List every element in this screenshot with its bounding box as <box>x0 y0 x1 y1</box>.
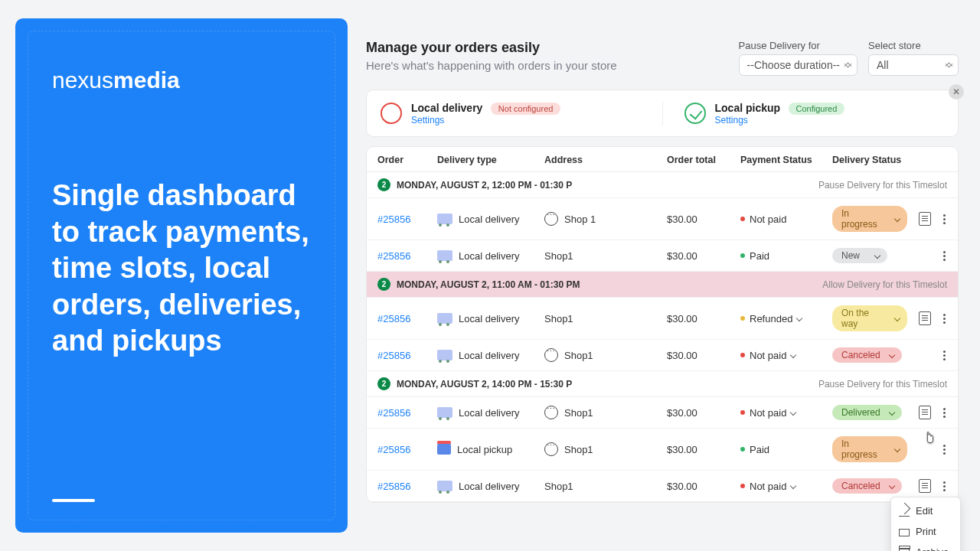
payment-status[interactable]: Not paid <box>740 350 832 361</box>
delivery-status-pill[interactable]: New <box>832 248 887 263</box>
delivery-type-text: Local delivery <box>459 214 520 225</box>
delivery-type-text: Local pickup <box>457 444 512 455</box>
chat-icon[interactable] <box>544 348 558 362</box>
delivery-status-pill[interactable]: In progress <box>832 436 907 462</box>
payment-status[interactable]: Paid <box>740 444 832 455</box>
pause-delivery-label: Pause Delivery for <box>739 40 858 51</box>
chat-icon[interactable] <box>544 406 558 419</box>
dashboard-area: Manage your orders easily Here's what's … <box>348 0 980 551</box>
chat-icon[interactable] <box>544 212 558 226</box>
local-delivery-title: Local delivery <box>411 102 482 114</box>
order-row: #25856Local deliveryShop1$30.00RefundedO… <box>367 298 958 340</box>
group-count-badge: 2 <box>377 278 390 291</box>
payment-status[interactable]: Paid <box>740 250 832 262</box>
status-circle-incomplete-icon <box>381 103 402 124</box>
delivery-status-pill[interactable]: In progress <box>832 206 907 232</box>
not-configured-badge: Not configured <box>491 103 561 115</box>
timeslot-toggle-link[interactable]: Allow Delivery for this Timeslot <box>822 279 947 290</box>
group-count-badge: 2 <box>377 377 390 390</box>
pause-delivery-select[interactable]: --Choose duration-- <box>739 54 858 76</box>
status-dot-icon <box>740 484 745 488</box>
payment-status[interactable]: Not paid <box>740 407 832 419</box>
order-row: #25856Local deliveryShop 1$30.00Not paid… <box>367 198 958 240</box>
store-select-group: Select store All <box>868 40 959 76</box>
chevron-down-icon <box>790 409 796 416</box>
row-actions-menu-button[interactable] <box>943 318 946 320</box>
order-row: #25856Local deliveryShop1$30.00Not paidC… <box>367 471 958 502</box>
brand-first: nexus <box>52 67 113 93</box>
row-actions-menu-button[interactable] <box>943 448 946 451</box>
chevron-down-icon <box>888 352 894 358</box>
row-actions-menu: EditPrintArchive <box>890 497 961 551</box>
status-dot-icon <box>740 253 745 258</box>
chevron-down-icon <box>894 446 900 452</box>
delivery-status-pill[interactable]: On the way <box>832 305 907 331</box>
document-icon[interactable] <box>919 479 931 493</box>
group-count-badge: 2 <box>377 178 390 191</box>
payment-status[interactable]: Not paid <box>740 481 832 492</box>
promo-panel: nexusmedia Single dashboard to track pay… <box>15 18 348 533</box>
document-icon[interactable] <box>919 311 931 325</box>
promo-tagline: Single dashboard to track payments, time… <box>52 178 311 360</box>
order-link[interactable]: #25856 <box>377 350 437 361</box>
payment-status[interactable]: Refunded <box>740 313 832 324</box>
row-actions-menu-button[interactable] <box>943 485 946 487</box>
payment-status[interactable]: Not paid <box>740 214 832 225</box>
timeslot-toggle-link[interactable]: Pause Delivery for this Timeslot <box>818 180 947 191</box>
page-title: Manage your orders easily <box>366 40 617 56</box>
chevron-down-icon <box>888 409 894 416</box>
row-actions-menu-button[interactable] <box>943 412 946 414</box>
timeslot-group-header: 2MONDAY, AUGUST 2, 14:00 PM - 15:30 PPau… <box>367 371 958 397</box>
dismiss-cards-button[interactable]: ✕ <box>949 84 964 99</box>
order-row: #25856Local pickupShop1$30.00PaidIn prog… <box>367 429 958 471</box>
orders-table: Order Delivery type Address Order total … <box>366 146 959 503</box>
menu-archive[interactable]: Archive <box>891 542 960 551</box>
menu-edit[interactable]: Edit <box>891 500 960 521</box>
delivery-type-text: Local delivery <box>459 350 520 361</box>
store-select-label: Select store <box>868 40 959 51</box>
order-total: $30.00 <box>667 444 740 455</box>
row-actions-menu-button[interactable] <box>943 354 946 357</box>
delivery-status-pill[interactable]: Canceled <box>832 347 902 363</box>
timeslot-toggle-link[interactable]: Pause Delivery for this Timeslot <box>818 379 947 390</box>
timeslot-label: MONDAY, AUGUST 2, 11:00 AM - 01:30 PM <box>397 279 580 290</box>
status-dot-icon <box>740 353 745 357</box>
header-row: Manage your orders easily Here's what's … <box>366 40 959 76</box>
address-text: Shop1 <box>544 250 573 262</box>
timeslot-group-header: 2MONDAY, AUGUST 2, 12:00 PM - 01:30 PPau… <box>367 172 958 198</box>
chevron-down-icon <box>874 253 880 259</box>
truck-icon <box>437 481 452 491</box>
document-icon[interactable] <box>919 212 931 226</box>
col-order-total: Order total <box>667 155 740 165</box>
row-actions-menu-button[interactable] <box>943 218 946 220</box>
configured-badge: Configured <box>789 103 845 115</box>
order-link[interactable]: #25856 <box>377 481 437 492</box>
truck-icon <box>437 313 452 324</box>
menu-print[interactable]: Print <box>891 521 960 542</box>
timeslot-group-header: 2MONDAY, AUGUST 2, 11:00 AM - 01:30 PMAl… <box>367 272 958 298</box>
address-text: Shop1 <box>564 350 593 361</box>
order-link[interactable]: #25856 <box>377 444 437 455</box>
order-row: #25856Local deliveryShop1$30.00Not paidC… <box>367 340 958 371</box>
document-icon[interactable] <box>919 406 931 419</box>
delivery-status-pill[interactable]: Delivered <box>832 405 902 420</box>
col-delivery-type: Delivery type <box>437 155 544 165</box>
order-link[interactable]: #25856 <box>377 407 437 419</box>
local-delivery-settings-link[interactable]: Settings <box>411 115 560 126</box>
print-icon <box>899 529 910 536</box>
truck-icon <box>437 407 452 418</box>
chevron-down-icon <box>790 483 796 489</box>
order-link[interactable]: #25856 <box>377 214 437 225</box>
store-select[interactable]: All <box>868 54 959 76</box>
truck-icon <box>437 350 452 360</box>
order-total: $30.00 <box>667 250 740 262</box>
row-actions-menu-button[interactable] <box>943 255 946 257</box>
order-link[interactable]: #25856 <box>377 250 437 262</box>
delivery-type-text: Local delivery <box>459 481 520 492</box>
local-pickup-settings-link[interactable]: Settings <box>715 115 845 126</box>
page-subtitle: Here's what's happening with orders in y… <box>366 59 617 72</box>
brand-logo: nexusmedia <box>52 67 311 93</box>
delivery-status-pill[interactable]: Canceled <box>832 478 902 494</box>
order-link[interactable]: #25856 <box>377 313 437 324</box>
chat-icon[interactable] <box>544 442 558 456</box>
